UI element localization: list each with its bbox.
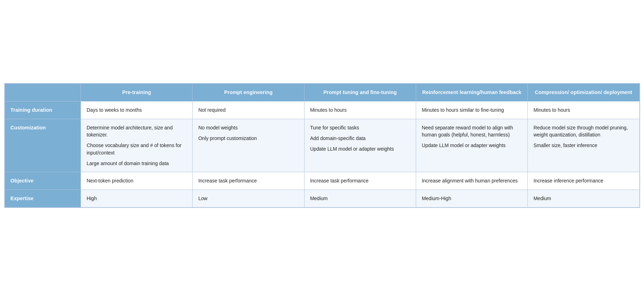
cell-objective-pretraining: Next-token prediction — [81, 172, 193, 190]
cell-customization-rl: Need separate reward model to align with… — [416, 119, 527, 172]
customization-rl-p2: Update LLM model or adapter weights — [422, 142, 522, 149]
customization-pretraining-p3: Large amount of domain training data — [87, 160, 187, 167]
cell-objective-compression: Increase inference performance — [528, 172, 639, 190]
cell-customization-compression: Reduce model size through model pruning,… — [528, 119, 639, 172]
header-prompt-tuning: Prompt tuning and fine-tuning — [304, 83, 416, 101]
cell-expertise-rl: Medium-High — [416, 190, 527, 208]
cell-expertise-compression: Medium — [528, 190, 639, 208]
customization-prompt-eng-p1: No model weights — [198, 124, 298, 131]
cell-customization-pretraining: Determine model architecture, size and t… — [81, 119, 193, 172]
customization-rl-content: Need separate reward model to align with… — [422, 124, 522, 149]
row-expertise: Expertise High Low Medium Medium-High Me… — [5, 190, 639, 208]
cell-expertise-pretraining: High — [81, 190, 193, 208]
header-prompt-engineering: Prompt engineering — [193, 83, 304, 101]
customization-compression-p1: Reduce model size through model pruning,… — [533, 124, 633, 139]
row-training-duration: Training duration Days to weeks to month… — [5, 101, 639, 119]
cell-objective-prompt-eng: Increase task performance — [193, 172, 304, 190]
header-rl-human-feedback: Reinforcement learning/human feedback — [416, 83, 527, 101]
customization-prompt-tuning-p1: Tune for specific tasks — [310, 124, 410, 131]
cell-training-pretraining: Days to weeks to months — [81, 101, 193, 119]
cell-training-prompt-tuning: Minutes to hours — [304, 101, 416, 119]
customization-prompt-tuning-p3: Update LLM model or adapter weights — [310, 145, 410, 152]
comparison-table: Pre-training Prompt engineering Prompt t… — [4, 83, 640, 208]
customization-prompt-eng-content: No model weights Only prompt customizati… — [198, 124, 298, 142]
cell-training-prompt-eng: Not required — [193, 101, 304, 119]
customization-prompt-tuning-content: Tune for specific tasks Add domain-speci… — [310, 124, 410, 153]
header-pretraining: Pre-training — [81, 83, 193, 101]
customization-prompt-eng-p2: Only prompt customization — [198, 135, 298, 142]
row-label-objective: Objective — [5, 172, 81, 190]
table-header-row: Pre-training Prompt engineering Prompt t… — [5, 83, 639, 101]
header-empty — [5, 83, 81, 101]
cell-expertise-prompt-eng: Low — [193, 190, 304, 208]
customization-prompt-tuning-p2: Add domain-specific data — [310, 135, 410, 142]
customization-compression-content: Reduce model size through model pruning,… — [533, 124, 633, 149]
cell-customization-prompt-eng: No model weights Only prompt customizati… — [193, 119, 304, 172]
row-customization: Customization Determine model architectu… — [5, 119, 639, 172]
cell-expertise-prompt-tuning: Medium — [304, 190, 416, 208]
customization-rl-p1: Need separate reward model to align with… — [422, 124, 522, 139]
cell-training-compression: Minutes to hours — [528, 101, 639, 119]
customization-compression-p2: Smaller size, faster inference — [533, 142, 633, 149]
customization-pretraining-p2: Choose vocabulary size and # of tokens f… — [87, 142, 187, 156]
customization-pretraining-content: Determine model architecture, size and t… — [87, 124, 187, 167]
cell-objective-rl: Increase alignment with human preference… — [416, 172, 527, 190]
row-label-customization: Customization — [5, 119, 81, 172]
header-compression: Compression/ optimization/ deployment — [528, 83, 639, 101]
row-label-training-duration: Training duration — [5, 101, 81, 119]
customization-pretraining-p1: Determine model architecture, size and t… — [87, 124, 187, 139]
row-objective: Objective Next-token prediction Increase… — [5, 172, 639, 190]
cell-customization-prompt-tuning: Tune for specific tasks Add domain-speci… — [304, 119, 416, 172]
row-label-expertise: Expertise — [5, 190, 81, 208]
cell-objective-prompt-tuning: Increase task performance — [304, 172, 416, 190]
cell-training-rl: Minutes to hours similar to fine-tuning — [416, 101, 527, 119]
